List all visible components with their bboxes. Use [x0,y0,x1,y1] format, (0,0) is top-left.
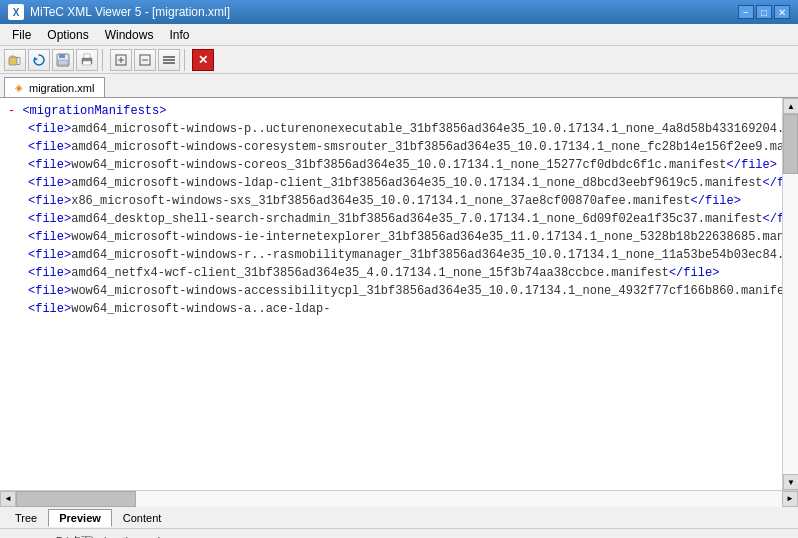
horizontal-scrollbar[interactable]: ◄ ► [0,490,798,506]
tab-content[interactable]: Content [112,509,173,527]
svg-rect-0 [9,57,17,65]
svg-rect-14 [163,59,175,61]
xml-line-7: <file>wow64_microsoft-windows-ie-interne… [8,228,774,246]
tab-tree[interactable]: Tree [4,509,48,527]
toolbar-print[interactable] [76,49,98,71]
scroll-down-button[interactable]: ▼ [783,474,798,490]
scroll-thumb[interactable] [783,114,798,174]
window-title: MiTeC XML Viewer 5 - [migration.xml] [30,5,230,19]
menu-bar: File Options Windows Info [0,24,798,46]
app-icon: X [8,4,24,20]
scroll-h-thumb[interactable] [16,491,136,507]
xml-content[interactable]: - <migrationManifests> <file>amd64_micro… [0,98,782,490]
title-bar-left: X MiTeC XML Viewer 5 - [migration.xml] [8,4,230,20]
xml-line-9: <file>amd64_netfx4-wcf-client_31bf3856ad… [8,264,774,282]
svg-marker-1 [34,57,38,61]
toolbar-close[interactable]: ✕ [192,49,214,71]
menu-file[interactable]: File [4,24,39,45]
status-path: D:\桌面\migration.xml [56,534,161,538]
svg-rect-3 [59,54,65,58]
status-bar: Ready D:\桌面\migration.xml [0,528,798,538]
toolbar-reload[interactable] [28,49,50,71]
toolbar-sep2 [184,49,188,71]
svg-rect-7 [83,61,91,65]
xml-line-11: <file>wow64_microsoft-windows-a..ace-lda… [8,300,774,318]
toolbar-sep1 [102,49,106,71]
tab-bar: ◈ migration.xml [0,74,798,98]
main-area: - <migrationManifests> <file>amd64_micro… [0,98,798,490]
doc-tab-migration[interactable]: ◈ migration.xml [4,77,105,97]
bottom-tabs: Tree Preview Content [0,506,798,528]
toolbar-expand[interactable] [110,49,132,71]
xml-line-6: <file>amd64_desktop_shell-search-srchadm… [8,210,774,228]
menu-options[interactable]: Options [39,24,96,45]
xml-line-0: - <migrationManifests> [8,102,774,120]
menu-windows[interactable]: Windows [97,24,162,45]
xml-line-2: <file>amd64_microsoft-windows-coresystem… [8,138,774,156]
maximize-button[interactable]: □ [756,5,772,19]
svg-rect-13 [163,56,175,58]
menu-info[interactable]: Info [161,24,197,45]
minimize-button[interactable]: − [738,5,754,19]
tab-preview[interactable]: Preview [48,509,112,527]
toolbar-collapse[interactable] [134,49,156,71]
xml-line-8: <file>amd64_microsoft-windows-r..-rasmob… [8,246,774,264]
xml-line-10: <file>wow64_microsoft-windows-accessibil… [8,282,774,300]
title-bar-controls: − □ ✕ [738,5,790,19]
svg-rect-6 [84,54,90,58]
svg-rect-4 [58,60,68,65]
scroll-up-button[interactable]: ▲ [783,98,798,114]
scroll-right-button[interactable]: ► [782,491,798,507]
toolbar-save[interactable] [52,49,74,71]
xml-line-5: <file>x86_microsoft-windows-sxs_31bf3856… [8,192,774,210]
scroll-left-button[interactable]: ◄ [0,491,16,507]
xml-line-3: <file>wow64_microsoft-windows-coreos_31b… [8,156,774,174]
toolbar: ✕ [0,46,798,74]
svg-rect-15 [163,62,175,64]
scroll-h-track[interactable] [16,491,782,507]
xml-line-4: <file>amd64_microsoft-windows-ldap-clien… [8,174,774,192]
scroll-track[interactable] [783,114,798,474]
doc-tab-icon: ◈ [15,82,23,93]
toolbar-options[interactable] [158,49,180,71]
toolbar-open[interactable] [4,49,26,71]
vertical-scrollbar[interactable]: ▲ ▼ [782,98,798,490]
close-button[interactable]: ✕ [774,5,790,19]
xml-line-1: <file>amd64_microsoft-windows-p..ucturen… [8,120,774,138]
title-bar: X MiTeC XML Viewer 5 - [migration.xml] −… [0,0,798,24]
doc-tab-label: migration.xml [29,82,94,94]
